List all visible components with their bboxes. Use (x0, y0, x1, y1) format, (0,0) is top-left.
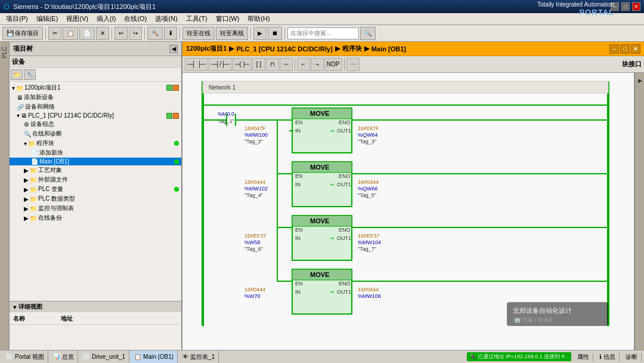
delete-button[interactable]: ✕ (96, 27, 109, 40)
detail-content-area (11, 325, 180, 349)
tree-item-add-block[interactable]: 📄 添加新块 (10, 148, 181, 158)
collapse-icon: ▾ (13, 304, 16, 310)
plc-icon: 🖥 (21, 112, 27, 119)
status-drive-unit[interactable]: ⬜ Drive_unit_1 (79, 350, 129, 363)
go-online-button[interactable]: 转至在线 (182, 27, 215, 40)
ladder-area[interactable]: Network 1 %M0.0 "Tag_1" MOVE (182, 73, 634, 350)
menu-window[interactable]: 窗口(W) (212, 13, 243, 24)
lad-box-button[interactable]: [ ] (252, 58, 265, 71)
tree-item-external-sources[interactable]: ▶ 📁 外部源文件 (10, 175, 181, 184)
ladder-toolbar: ─┤ ├─ ─┤/├─ ─( )─ [ ] ⊓ ─ ⌐ ¬ NOP ⋯ 块接口 (182, 56, 644, 73)
drive-icon: ⬜ (83, 353, 90, 360)
close-button[interactable]: ✕ (632, 2, 640, 11)
tree-toolbar-btn-2[interactable]: 🔧 (24, 69, 36, 80)
breadcrumb-minimize-button[interactable]: ─ (609, 44, 619, 54)
svg-text:%MW106: %MW106 (358, 293, 381, 299)
compile-button[interactable]: 🔨 (147, 27, 163, 40)
toolbar-separator-6 (284, 27, 285, 39)
status-properties[interactable]: 属性 (574, 353, 593, 361)
tree-item-plc1[interactable]: ▾ 🖥 PLC_1 [CPU 1214C DC/DC/Rly] (10, 112, 181, 119)
title-bar: ⬡ Siemens - D:\toutiao\1200plc项目1\1200pl… (0, 0, 644, 13)
svg-text:OUT1: OUT1 (337, 128, 351, 134)
tree-item-add-device[interactable]: 🖥 添加新设备 (10, 93, 181, 102)
copy-button[interactable]: 📋 (63, 27, 78, 40)
menu-project[interactable]: 项目(P) (2, 13, 32, 24)
svg-text:MOVE: MOVE (310, 110, 329, 117)
svg-text:16#0444: 16#0444 (358, 179, 379, 185)
tree-item-device-network[interactable]: 🔗 设备和网络 (10, 102, 181, 112)
status-info[interactable]: ℹ 信息 (596, 353, 620, 361)
lad-contact-no-button[interactable]: ─┤ ├─ (185, 58, 208, 71)
tree-item-plc-variables[interactable]: ▶ 📁 PLC 变量 (10, 184, 181, 194)
start-button[interactable]: ▶ (253, 27, 267, 40)
tia-brand-line2: PORTAL (537, 8, 614, 17)
search-input[interactable] (287, 27, 359, 39)
breadcrumb-restore-button[interactable]: □ (620, 44, 630, 54)
tree-item-main-ob1[interactable]: 📄 Main [OB1] (10, 158, 181, 165)
breadcrumb-item-2[interactable]: PLC_1 [CPU 1214C DC/DC/Rly] (236, 45, 332, 53)
project-status (166, 85, 179, 91)
paste-button[interactable]: 📄 (79, 27, 95, 40)
tree-item-project[interactable]: ▾ 📁 1200plc项目1 (10, 83, 181, 93)
menu-options[interactable]: 选项(N) (151, 13, 181, 24)
tree-collapse-button[interactable]: ◀ (169, 45, 178, 53)
lad-close-branch-button[interactable]: ¬ (311, 58, 324, 71)
tree-item-program-blocks[interactable]: ▾ 📁 程序块 (10, 139, 181, 148)
svg-text:%MW104: %MW104 (358, 239, 381, 245)
status-monitor-table[interactable]: 👁 监控表_1 (179, 350, 219, 363)
tree-item-device-config[interactable]: ⚙ 设备组态 (10, 119, 181, 129)
tree-item-plc-data-types[interactable]: ▶ 📁 PLC 数据类型 (10, 194, 181, 204)
tia-brand: Totally Integrated Automation PORTAL (537, 1, 614, 17)
lad-nop-button[interactable]: NOP (324, 58, 342, 71)
svg-text:⇒: ⇒ (330, 128, 335, 134)
tree-item-tech-objects[interactable]: ▶ 📁 工艺对象 (10, 165, 181, 175)
window-controls[interactable]: ─ □ ✕ (611, 2, 640, 11)
go-offline-button[interactable]: 转至离线 (216, 27, 248, 40)
status-portal-view[interactable]: ⬜ Portal 视图 (2, 350, 48, 363)
download-button[interactable]: ⬇ (164, 27, 177, 40)
search-button[interactable]: 🔍 (360, 27, 376, 40)
menu-help[interactable]: 帮助(H) (244, 13, 273, 24)
add-device-icon: 🖥 (17, 94, 23, 101)
svg-text:"Tag_1": "Tag_1" (216, 118, 234, 124)
cut-button[interactable]: ✂ (48, 27, 61, 40)
lad-coil-button[interactable]: ─( )─ (233, 58, 252, 71)
lad-wire-button[interactable]: ─ (280, 58, 293, 71)
detail-columns: 名称 地址 (11, 313, 180, 325)
menu-tools[interactable]: 工具(T) (182, 13, 211, 24)
lad-contact-nc-button[interactable]: ─┤/├─ (209, 58, 232, 71)
svg-text:MOVE: MOVE (310, 164, 329, 171)
redo-button[interactable]: ↪ (129, 27, 142, 40)
status-diagnostics[interactable]: 诊断 (622, 353, 642, 361)
undo-button[interactable]: ↩ (114, 27, 128, 40)
menu-insert[interactable]: 插入(I) (93, 13, 119, 24)
status-main-ob1[interactable]: 📋 Main (OB1) (131, 350, 178, 363)
stop-button[interactable]: ⏹ (268, 27, 282, 40)
menu-view[interactable]: 视图(V) (63, 13, 92, 24)
lad-open-branch-button[interactable]: ⌐ (297, 58, 310, 71)
lad-branch-button[interactable]: ⊓ (266, 58, 279, 71)
tree-item-monitor-force[interactable]: ▶ 📁 监控与强制表 (10, 204, 181, 213)
lad-more-button[interactable]: ⋯ (346, 58, 360, 71)
menu-edit[interactable]: 编辑(E) (33, 13, 62, 24)
status-overview[interactable]: 📊 总览 (49, 350, 78, 363)
restore-button[interactable]: □ (621, 2, 630, 11)
menu-online[interactable]: 在线(O) (120, 13, 150, 24)
tree-item-label: 设备组态 (30, 120, 54, 128)
tree-item-online-diag[interactable]: 🔍 在线和诊断 (10, 129, 181, 139)
breadcrumb-item-1[interactable]: 1200plc项目1 (186, 44, 227, 53)
source-icon: 📁 (30, 177, 37, 183)
detail-view-header: ▾ 详细视图 (10, 302, 181, 312)
tree-item-online-backup[interactable]: ▶ 📁 在线备份 (10, 213, 181, 223)
tree-item-label: 添加新块 (39, 149, 63, 157)
save-project-button[interactable]: 💾 保存项目 (2, 27, 43, 40)
breadcrumb-item-4[interactable]: Main [OB1] (371, 45, 406, 53)
monitor-label: 监控表_1 (190, 353, 215, 361)
svg-text:EN: EN (295, 119, 303, 125)
save-icon: 💾 (7, 30, 14, 36)
breadcrumb-close-button[interactable]: ✕ (631, 44, 640, 54)
tree-toolbar-btn-1[interactable]: 📁 (11, 69, 23, 80)
col-name: 名称 (13, 315, 25, 323)
breadcrumb-item-3[interactable]: 程序块 (342, 44, 362, 53)
tree-item-label: 添加新设备 (24, 93, 54, 101)
